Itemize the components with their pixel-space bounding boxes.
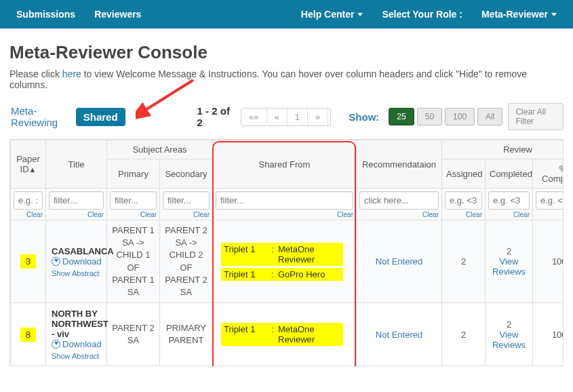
col-review[interactable]: Review — [442, 140, 564, 159]
download-icon — [52, 340, 60, 349]
table-row: 8 NORTH BY NORTHWEST - viv Download Show… — [11, 303, 564, 366]
role-value: Meta-Reviewer — [481, 9, 548, 20]
data-grid: Paper ID▲ Title Subject Areas Shared Fro… — [10, 140, 564, 366]
size-50[interactable]: 50 — [417, 108, 442, 125]
tab-shared[interactable]: Shared — [76, 108, 125, 126]
shared-from-cell: Triplet 1:MetaOne Reviewer Triplet 1:GoP… — [213, 220, 357, 303]
show-abstract-link[interactable]: Show Abstract — [52, 269, 101, 277]
filter-shared-from[interactable] — [216, 191, 353, 210]
caret-icon — [357, 13, 363, 16]
caret-icon — [551, 13, 557, 16]
clear-shared-from[interactable]: Clear — [216, 211, 353, 218]
pct-completed: 100% — [533, 303, 564, 366]
show-abstract-link[interactable]: Show Abstract — [52, 352, 101, 360]
secondary-sa: PARENT 2 SA -> CHILD 2 OF PARENT 2 SA — [160, 220, 213, 303]
col-recommendation[interactable]: Recommendataion — [357, 140, 442, 189]
nav-reviewers[interactable]: Reviewers — [86, 2, 149, 26]
clear-title[interactable]: Clear — [49, 211, 104, 218]
view-reviews-link[interactable]: View Reviews — [490, 256, 528, 277]
secondary-sa: PRIMARY PARENT — [160, 303, 213, 366]
intro-pre: Please click — [9, 68, 62, 79]
pager-next[interactable]: » — [308, 109, 328, 125]
filter-pct[interactable] — [536, 191, 564, 210]
grid-wrap: Paper ID▲ Title Subject Areas Shared Fro… — [9, 139, 564, 366]
clear-assigned[interactable]: Clear — [445, 211, 482, 218]
size-25[interactable]: 25 — [389, 108, 414, 125]
paper-title: CASABLANCA — [52, 246, 101, 256]
col-subject-areas[interactable]: Subject Areas — [107, 140, 213, 159]
clear-pct[interactable]: Clear — [536, 211, 564, 218]
shared-from-cell: Triplet 1:MetaOne Reviewer — [213, 303, 357, 366]
sort-asc-icon: ▲ — [29, 165, 37, 174]
pager-last[interactable]: »» — [328, 109, 331, 125]
paper-id: 8 — [20, 328, 36, 342]
col-shared-from[interactable]: Shared From — [213, 140, 357, 189]
filter-recommendation[interactable] — [359, 191, 439, 210]
pct-completed: 100% — [533, 220, 564, 303]
clear-all-filters-button[interactable]: Clear All Filter — [508, 103, 564, 130]
recommendation-link[interactable]: Not Entered — [376, 330, 422, 340]
pager-first[interactable]: «« — [241, 109, 266, 125]
nav-help-label: Help Center — [301, 9, 355, 20]
filter-completed[interactable] — [488, 191, 530, 210]
completed-count: 2 — [490, 246, 528, 256]
filter-paper-id[interactable] — [14, 191, 43, 210]
recommendation-link[interactable]: Not Entered — [376, 256, 422, 267]
col-pct-completed[interactable]: % Completed — [533, 159, 564, 189]
col-primary[interactable]: Primary — [107, 159, 160, 189]
clear-completed[interactable]: Clear — [488, 211, 530, 218]
paper-title: NORTH BY NORTHWEST - viv — [52, 309, 101, 339]
filter-title[interactable] — [49, 191, 104, 210]
assigned-count: 2 — [442, 303, 486, 366]
col-assigned[interactable]: Assigned — [442, 159, 486, 189]
tab-meta-reviewing[interactable]: Meta-Reviewing — [9, 102, 71, 131]
pager: «« « 1 » »» — [241, 108, 331, 126]
assigned-count: 2 — [442, 220, 486, 303]
role-label: Select Your Role : — [374, 2, 471, 26]
nav-help-center[interactable]: Help Center — [293, 2, 372, 26]
filter-secondary[interactable] — [163, 191, 210, 210]
primary-sa: PARENT 2 SA — [107, 303, 160, 366]
table-row: 3 CASABLANCA Download Show Abstract PARE… — [11, 220, 564, 303]
show-label: Show: — [349, 111, 379, 123]
intro-post: to view Welcome Message & Instructions. … — [9, 68, 527, 90]
role-selector[interactable]: Meta-Reviewer — [473, 2, 565, 26]
filter-assigned[interactable] — [445, 191, 482, 210]
paper-id: 3 — [20, 254, 36, 269]
view-reviews-link[interactable]: View Reviews — [490, 330, 528, 350]
nav-submissions[interactable]: Submissions — [8, 2, 83, 26]
clear-secondary[interactable]: Clear — [163, 211, 210, 218]
download-link[interactable]: Download — [52, 256, 102, 267]
range-label: 1 - 2 of 2 — [197, 105, 231, 128]
col-completed[interactable]: Completed — [486, 159, 533, 189]
filter-primary[interactable] — [110, 191, 157, 210]
clear-primary[interactable]: Clear — [110, 211, 157, 218]
tabs-row: Meta-Reviewing Shared 1 - 2 of 2 «« « 1 … — [9, 102, 564, 131]
col-title[interactable]: Title — [46, 140, 107, 189]
primary-sa: PARENT 1 SA -> CHILD 1 OF PARENT 1 SA — [107, 220, 160, 303]
page-title: Meta-Reviewer Console — [9, 42, 564, 63]
size-all[interactable]: All — [477, 108, 502, 125]
download-link[interactable]: Download — [52, 339, 102, 349]
intro-here-link[interactable]: here — [62, 68, 81, 79]
download-icon — [52, 257, 60, 266]
clear-paper-id[interactable]: Clear — [14, 211, 43, 218]
col-paper-id[interactable]: Paper ID▲ — [11, 140, 46, 189]
clear-recommendation[interactable]: Clear — [359, 211, 439, 218]
pager-prev[interactable]: « — [267, 109, 288, 125]
size-100[interactable]: 100 — [445, 108, 475, 125]
completed-count: 2 — [490, 319, 528, 330]
intro-text: Please click here to view Welcome Messag… — [9, 68, 564, 90]
navbar: Submissions Reviewers Help Center Select… — [0, 0, 573, 28]
pager-page-1[interactable]: 1 — [288, 109, 308, 125]
col-secondary[interactable]: Secondary — [160, 159, 213, 189]
